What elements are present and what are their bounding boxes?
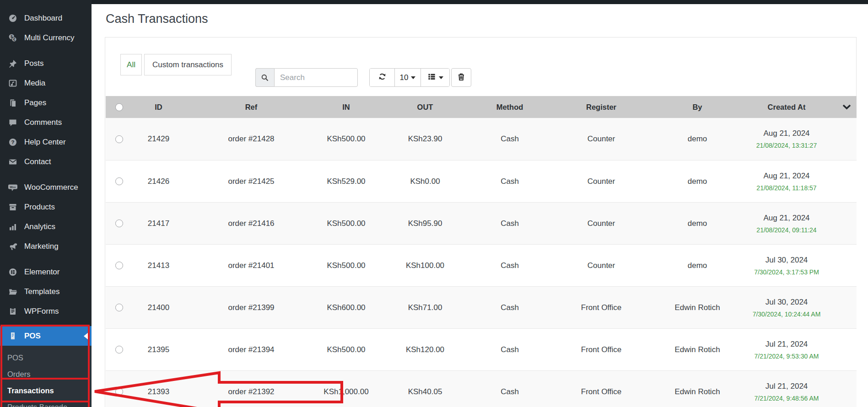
list-columns-icon: [427, 72, 436, 83]
sidebar-item-pages[interactable]: Pages: [0, 93, 92, 112]
sort-chevron-icon[interactable]: [837, 104, 857, 110]
svg-text:€: €: [13, 37, 16, 41]
refresh-button[interactable]: [370, 69, 394, 86]
sidebar-item-marketing[interactable]: Marketing: [0, 236, 92, 256]
collapse-left-icon: [84, 332, 88, 340]
megaphone-icon: [7, 241, 18, 252]
sidebar-item-multi-currency[interactable]: $€ Multi Currency: [0, 28, 92, 48]
filter-tabs: All Custom transactions: [120, 54, 232, 75]
cell-id: 21426: [132, 177, 185, 186]
svg-text:?: ?: [11, 139, 14, 145]
submenu-item-orders[interactable]: Orders: [0, 366, 92, 382]
delete-button[interactable]: [451, 68, 471, 87]
page-size-dropdown[interactable]: 10: [394, 69, 421, 86]
cell-created-at: Aug 21, 202421/08/2024, 09:11:24: [736, 214, 837, 234]
pushpin-icon: [7, 59, 18, 69]
page-size-value: 10: [400, 73, 409, 82]
cell-ref: order #21428: [185, 134, 318, 144]
cell-id: 21429: [132, 134, 185, 144]
cell-method: Cash: [475, 177, 544, 186]
row-radio[interactable]: [115, 346, 123, 353]
column-header-register[interactable]: Register: [544, 103, 658, 112]
sidebar-item-contact[interactable]: Contact: [0, 152, 92, 171]
submenu-item-products-barcode[interactable]: Products Barcode: [0, 399, 92, 407]
cell-id: 21413: [132, 261, 185, 270]
cell-out: KSh95.90: [375, 219, 475, 228]
sidebar-item-label: Comments: [24, 118, 62, 127]
sidebar-item-dashboard[interactable]: Dashboard: [0, 8, 92, 28]
cell-out: KSh71.00: [375, 303, 475, 312]
cell-register: Front Office: [544, 303, 658, 312]
cell-out: KSh0.00: [375, 177, 475, 186]
caret-down-icon: [411, 76, 415, 79]
tab-custom-transactions[interactable]: Custom transactions: [144, 54, 232, 75]
sidebar-item-label: Media: [24, 79, 45, 88]
sidebar-item-products[interactable]: Products: [0, 197, 92, 217]
cell-ref: order #21394: [185, 345, 318, 354]
cell-method: Cash: [475, 219, 544, 228]
table-row: 21413 order #21401 KSh500.00 KSh100.00 C…: [106, 244, 857, 286]
row-radio[interactable]: [115, 262, 123, 269]
sidebar-item-posts[interactable]: Posts: [0, 54, 92, 73]
select-all-radio[interactable]: [115, 103, 123, 111]
cell-register: Counter: [544, 261, 658, 270]
cell-in: KSh500.00: [318, 345, 375, 354]
transactions-panel: All Custom transactions 10: [105, 37, 857, 407]
cell-created-at: Jul 21, 20247/21/2024, 9:53:30 AM: [736, 340, 837, 360]
column-header-by[interactable]: By: [658, 103, 736, 112]
sidebar-item-label: WooCommerce: [24, 183, 78, 192]
pages-icon: [7, 98, 18, 108]
sidebar-item-media[interactable]: Media: [0, 73, 92, 93]
cell-ref: order #21401: [185, 261, 318, 270]
submenu-item-pos[interactable]: POS: [0, 349, 92, 366]
cell-register: Counter: [544, 134, 658, 144]
row-radio[interactable]: [115, 304, 123, 311]
cell-method: Cash: [475, 134, 544, 144]
cell-out: KSh120.00: [375, 345, 475, 354]
media-icon: [7, 78, 18, 88]
column-header-ref[interactable]: Ref: [185, 103, 318, 112]
sidebar-item-wpforms[interactable]: WPForms: [0, 301, 92, 321]
column-header-in[interactable]: IN: [318, 103, 375, 112]
column-header-out[interactable]: OUT: [375, 103, 475, 112]
table-row: 21417 order #21416 KSh500.00 KSh95.90 Ca…: [106, 202, 857, 244]
sidebar-item-label: Elementor: [24, 268, 59, 277]
sidebar-item-label: Pages: [24, 98, 46, 107]
row-radio[interactable]: [115, 388, 123, 396]
sidebar-item-label: Posts: [24, 59, 44, 68]
sidebar-item-help-center[interactable]: ? Help Center: [0, 132, 92, 152]
sidebar-item-analytics[interactable]: Analytics: [0, 217, 92, 236]
comment-icon: [7, 118, 18, 128]
search-group: [255, 68, 358, 87]
cell-register: Front Office: [544, 387, 658, 396]
cell-ref: order #21416: [185, 219, 318, 228]
sidebar-item-templates[interactable]: Templates: [0, 282, 92, 301]
tab-all[interactable]: All: [120, 54, 142, 75]
submenu-item-transactions[interactable]: Transactions: [0, 382, 92, 399]
column-header-created-at[interactable]: Created At: [736, 103, 837, 112]
row-radio[interactable]: [115, 220, 123, 227]
cell-ref: order #21425: [185, 177, 318, 186]
multi-currency-icon: $€: [7, 33, 18, 43]
sidebar-item-elementor[interactable]: Elementor: [0, 262, 92, 282]
table-toolbar: 10: [369, 68, 450, 87]
row-radio[interactable]: [115, 135, 123, 143]
svg-text:Woo: Woo: [10, 185, 16, 188]
cell-method: Cash: [475, 345, 544, 354]
cell-by: demo: [658, 261, 736, 270]
dashboard-icon: [7, 13, 18, 23]
column-header-id[interactable]: ID: [132, 103, 185, 112]
cell-method: Cash: [475, 303, 544, 312]
sidebar-item-pos[interactable]: POS: [0, 326, 92, 346]
sidebar-item-woocommerce[interactable]: Woo WooCommerce: [0, 177, 92, 197]
cell-out: KSh40.05: [375, 387, 475, 396]
columns-dropdown[interactable]: [421, 69, 449, 86]
cell-method: Cash: [475, 261, 544, 270]
row-radio[interactable]: [115, 177, 123, 185]
column-header-method[interactable]: Method: [475, 103, 544, 112]
trash-icon: [457, 72, 466, 83]
admin-sidebar: Dashboard $€ Multi Currency Posts Media …: [0, 0, 92, 407]
sidebar-item-comments[interactable]: Comments: [0, 112, 92, 132]
search-input[interactable]: [274, 68, 358, 87]
caret-down-icon: [439, 76, 443, 79]
